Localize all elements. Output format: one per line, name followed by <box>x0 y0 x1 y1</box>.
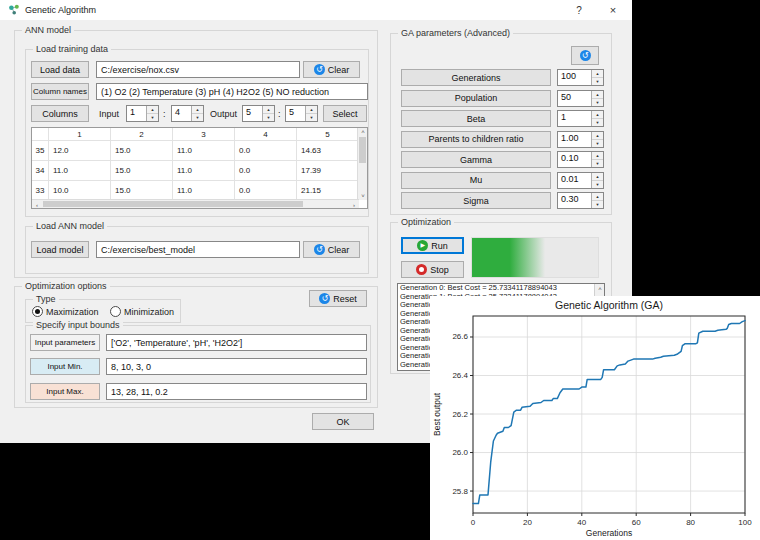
output-from-spinbox[interactable]: 5 ▲▼ <box>242 105 275 122</box>
bounds-value-input[interactable]: 8, 10, 3, 0 <box>106 358 367 375</box>
bounds-label-button[interactable]: Input Max. <box>30 383 100 400</box>
table-cell[interactable]: 11.0 <box>173 181 235 201</box>
help-button[interactable]: ? <box>564 0 594 20</box>
table-vertical-scrollbar[interactable]: ˄ ˅ <box>357 128 367 200</box>
table-column-header[interactable]: 3 <box>173 128 235 141</box>
table-cell[interactable]: 12.0 <box>49 141 111 161</box>
ga-param-input[interactable]: 1.00▲▼ <box>557 131 604 148</box>
bounds-label-button[interactable]: Input parameters <box>30 334 100 351</box>
bounds-value-input[interactable]: ['O2', 'Temperature', 'pH', 'H2O2'] <box>106 334 367 351</box>
scroll-right-icon[interactable]: › <box>349 201 359 209</box>
spinner-buttons[interactable]: ▲▼ <box>191 106 203 121</box>
training-data-table[interactable]: 1234ˆ53512.015.011.00.014.633411.015.011… <box>31 127 368 209</box>
ga-param-label-button[interactable]: Gamma <box>401 151 551 168</box>
spin-down-icon[interactable]: ▼ <box>147 114 158 121</box>
ga-param-input[interactable]: 0.01▲▼ <box>557 172 604 189</box>
table-column-header[interactable]: 2 <box>111 128 173 141</box>
spin-down-icon[interactable]: ▼ <box>263 114 274 121</box>
spin-down-icon[interactable]: ▼ <box>306 114 317 121</box>
spin-up-icon[interactable]: ▲ <box>592 132 603 140</box>
ga-param-input[interactable]: 0.30▲▼ <box>557 192 604 209</box>
spinner-buttons[interactable]: ▲▼ <box>591 132 603 147</box>
spin-down-icon[interactable]: ▼ <box>592 160 603 167</box>
table-row[interactable]: 3310.015.011.00.021.15 <box>32 181 367 201</box>
spin-up-icon[interactable]: ▲ <box>592 91 603 99</box>
table-cell[interactable]: 0.0 <box>235 181 297 201</box>
table-cell[interactable]: 17.39 <box>297 161 359 181</box>
spin-up-icon[interactable]: ▲ <box>592 152 603 160</box>
spin-down-icon[interactable]: ▼ <box>592 181 603 188</box>
table-column-header[interactable]: 1 <box>49 128 111 141</box>
table-cell[interactable]: 10.0 <box>49 181 111 201</box>
clear-model-button[interactable]: ↺ Clear <box>303 241 360 258</box>
ga-param-input[interactable]: 0.10▲▼ <box>557 151 604 168</box>
spin-up-icon[interactable]: ▲ <box>192 106 203 114</box>
table-cell[interactable]: 14.63 <box>297 141 359 161</box>
ga-param-input[interactable]: 1▲▼ <box>557 110 604 127</box>
spin-down-icon[interactable]: ▼ <box>192 114 203 121</box>
output-to-spinbox[interactable]: 5 ▲▼ <box>285 105 318 122</box>
table-cell[interactable]: 21.15 <box>297 181 359 201</box>
ga-param-input[interactable]: 100▲▼ <box>557 69 604 86</box>
spin-up-icon[interactable]: ▲ <box>306 106 317 114</box>
model-path-input[interactable]: C:/exercise/best_model <box>96 241 300 258</box>
maximization-radio[interactable] <box>32 306 43 317</box>
ok-button[interactable]: OK <box>312 413 374 430</box>
load-model-button[interactable]: Load model <box>31 241 89 258</box>
table-cell[interactable]: 15.0 <box>111 141 173 161</box>
spinner-buttons[interactable]: ▲▼ <box>591 193 603 208</box>
table-cell[interactable]: 11.0 <box>173 141 235 161</box>
table-column-header[interactable]: 4ˆ <box>235 128 297 141</box>
spin-up-icon[interactable]: ▲ <box>592 70 603 78</box>
column-names-button[interactable]: Column names <box>31 83 89 100</box>
spinner-buttons[interactable]: ▲▼ <box>262 106 274 121</box>
spinner-buttons[interactable]: ▲▼ <box>146 106 158 121</box>
spin-up-icon[interactable]: ▲ <box>147 106 158 114</box>
scroll-up-icon[interactable]: ˄ <box>358 128 368 136</box>
bounds-label-button[interactable]: Input Min. <box>30 358 100 375</box>
spin-up-icon[interactable]: ▲ <box>263 106 274 114</box>
columns-button[interactable]: Columns <box>31 105 89 122</box>
spinner-buttons[interactable]: ▲▼ <box>591 173 603 188</box>
scroll-left-icon[interactable]: ‹ <box>32 201 42 209</box>
load-data-button[interactable]: Load data <box>31 61 89 78</box>
reset-button[interactable]: ↺ Reset <box>309 290 367 307</box>
table-column-header[interactable]: 5 <box>297 128 359 141</box>
stop-button[interactable]: Stop <box>401 261 464 278</box>
clear-data-button[interactable]: ↺ Clear <box>303 61 360 78</box>
ga-param-input[interactable]: 50▲▼ <box>557 90 604 107</box>
table-row[interactable]: 3512.015.011.00.014.63 <box>32 141 367 161</box>
bounds-value-input[interactable]: 13, 28, 11, 0.2 <box>106 383 367 400</box>
spinner-buttons[interactable]: ▲▼ <box>591 152 603 167</box>
scroll-down-icon[interactable]: ˅ <box>358 192 368 200</box>
scrollbar-thumb[interactable] <box>359 137 366 163</box>
scroll-up-icon[interactable]: ˄ <box>595 285 605 293</box>
spin-down-icon[interactable]: ▼ <box>592 140 603 147</box>
select-button[interactable]: Select <box>323 105 367 122</box>
spin-up-icon[interactable]: ▲ <box>592 193 603 201</box>
run-button[interactable]: ▶ Run <box>401 237 464 254</box>
spin-up-icon[interactable]: ▲ <box>592 111 603 119</box>
ga-reset-button[interactable]: ↺ <box>571 46 599 65</box>
scrollbar-thumb[interactable] <box>43 201 303 207</box>
ga-param-label-button[interactable]: Population <box>401 90 551 107</box>
ga-param-label-button[interactable]: Beta <box>401 110 551 127</box>
spin-down-icon[interactable]: ▼ <box>592 201 603 208</box>
spinner-buttons[interactable]: ▲▼ <box>305 106 317 121</box>
spinner-buttons[interactable]: ▲▼ <box>591 70 603 85</box>
table-cell[interactable]: 11.0 <box>49 161 111 181</box>
minimization-radio[interactable] <box>110 306 121 317</box>
table-cell[interactable]: 0.0 <box>235 161 297 181</box>
ga-param-label-button[interactable]: Generations <box>401 69 551 86</box>
input-to-spinbox[interactable]: 4 ▲▼ <box>171 105 204 122</box>
spinner-buttons[interactable]: ▲▼ <box>591 111 603 126</box>
spin-down-icon[interactable]: ▼ <box>592 119 603 126</box>
table-cell[interactable]: 11.0 <box>173 161 235 181</box>
table-horizontal-scrollbar[interactable]: ‹ › <box>32 199 359 208</box>
spin-down-icon[interactable]: ▼ <box>592 99 603 106</box>
table-cell[interactable]: 0.0 <box>235 141 297 161</box>
table-row[interactable]: 3411.015.011.00.017.39 <box>32 161 367 181</box>
input-from-spinbox[interactable]: 1 ▲▼ <box>126 105 159 122</box>
ga-param-label-button[interactable]: Mu <box>401 172 551 189</box>
data-path-input[interactable]: C:/exercise/nox.csv <box>96 61 300 78</box>
